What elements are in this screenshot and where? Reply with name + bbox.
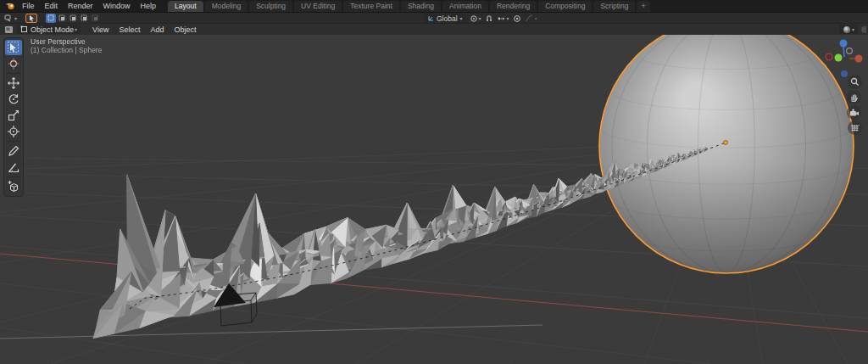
topbar: FileEditRenderWindowHelp LayoutModelingS…	[0, 0, 868, 12]
chevron-down-icon: ▾	[14, 15, 17, 21]
orientation-label: Global	[437, 14, 458, 23]
rotate-icon	[7, 92, 20, 106]
camera-icon	[849, 109, 860, 117]
move-icon	[7, 76, 20, 90]
annotate-tool-button[interactable]	[5, 143, 22, 159]
chevron-down-icon: ▾	[460, 15, 463, 21]
viewport-menu-view[interactable]: View	[87, 25, 114, 34]
workspace-tab-uv-editing[interactable]: UV Editing	[294, 1, 342, 12]
toggle-ortho-button[interactable]	[848, 120, 862, 135]
toolbar-separator	[7, 176, 20, 177]
chevron-down-icon: ▾	[852, 26, 854, 32]
toolbar-separator	[7, 73, 20, 74]
toolbar-separator	[7, 141, 20, 142]
cursor-tool-button[interactable]	[5, 56, 22, 71]
transform-orientation-dropdown[interactable]: Global ▾	[424, 14, 466, 23]
chevron-down-icon: ▾	[535, 15, 537, 21]
scale-tool-button[interactable]	[5, 108, 22, 123]
active-object-label: (1) Collection | Sphere	[31, 46, 102, 54]
gizmo-x-neg-axis[interactable]	[826, 53, 832, 60]
gizmo-z-axis[interactable]	[840, 40, 848, 48]
move-tool-button[interactable]	[5, 76, 22, 91]
workspace-tab-animation[interactable]: Animation	[442, 1, 488, 12]
snap-orientation-cluster: Global ▾ ▾ ▾	[424, 14, 537, 23]
select-mode-extend-icon[interactable]	[57, 14, 67, 23]
workspace-tab-layout[interactable]: Layout	[168, 1, 203, 12]
select-box-icon	[7, 41, 20, 54]
topbar-menu-edit[interactable]: Edit	[40, 0, 64, 12]
workspace-tab-modeling[interactable]: Modeling	[205, 1, 248, 12]
cursor-icon	[7, 57, 20, 70]
select-mode-invert-icon[interactable]	[79, 14, 89, 23]
proportional-editing-button[interactable]	[513, 14, 521, 23]
magnet-icon	[485, 14, 493, 23]
mode-label: Object Mode	[31, 25, 74, 34]
grid-icon	[850, 123, 860, 132]
workspace-tab-shading[interactable]: Shading	[401, 1, 441, 12]
viewport-menu-object[interactable]: Object	[169, 25, 201, 34]
workspace-tab-rendering[interactable]: Rendering	[490, 1, 537, 12]
transform-tool-button[interactable]	[5, 124, 22, 139]
tool-settings-selector[interactable]: ▾	[3, 14, 17, 22]
editor-type-button[interactable]	[4, 25, 14, 34]
topbar-menu-help[interactable]: Help	[136, 0, 162, 12]
tool-shelf	[3, 37, 24, 197]
topbar-menu-render[interactable]: Render	[63, 0, 98, 12]
orientation-axes-icon	[427, 14, 435, 22]
pan-button[interactable]	[847, 90, 861, 104]
3d-viewport-editor-icon	[4, 25, 14, 34]
viewport-shading-cluster: ▾	[839, 25, 866, 34]
annotate-icon	[7, 144, 20, 158]
topbar-menu-window[interactable]: Window	[98, 0, 136, 12]
chevron-down-icon: ▾	[479, 15, 481, 21]
workspace-tab-scripting[interactable]: Scripting	[593, 1, 635, 12]
workspace-tab-compositing[interactable]: Compositing	[538, 1, 592, 12]
viewport-menus: ViewSelectAddObject	[87, 25, 201, 34]
scale-icon	[7, 109, 20, 122]
topbar-menus: FileEditRenderWindowHelp	[17, 0, 161, 12]
proportional-falloff-dropdown[interactable]: ▾	[525, 14, 537, 22]
select-mode-intersect-icon[interactable]	[90, 14, 100, 23]
topbar-menu-file[interactable]: File	[17, 0, 40, 12]
falloff-curve-icon	[525, 14, 534, 22]
transform-icon	[7, 125, 20, 138]
viewport-canvas[interactable]	[0, 35, 868, 364]
viewport-overlays-dropdown[interactable]: ▾	[839, 25, 858, 34]
measure-tool-button[interactable]	[5, 160, 22, 175]
magnifier-icon	[850, 77, 860, 87]
3d-viewport[interactable]: User Perspective (1) Collection | Sphere	[0, 35, 868, 364]
viewport-menu-add[interactable]: Add	[145, 25, 169, 34]
add-cube-tool-button[interactable]	[5, 179, 22, 194]
snap-toggle-button[interactable]	[485, 14, 493, 23]
camera-view-button[interactable]	[847, 105, 861, 120]
pivot-point-icon	[470, 14, 478, 23]
select-mode-set-icon[interactable]	[46, 14, 56, 23]
gizmo-y-axis[interactable]	[835, 54, 843, 62]
snap-target-dropdown[interactable]: ▾	[497, 14, 509, 22]
select-box-tool-button[interactable]	[5, 40, 22, 55]
gizmo-y-neg-axis[interactable]	[847, 48, 853, 54]
mode-dropdown[interactable]: Object Mode ▾	[17, 25, 81, 34]
active-tool-button[interactable]	[25, 14, 37, 23]
blender-logo-icon[interactable]	[3, 1, 17, 11]
object-mode-icon	[20, 25, 28, 33]
shading-mode-icon[interactable]	[860, 25, 866, 34]
rotate-tool-button[interactable]	[5, 92, 22, 107]
viewport-header: Object Mode ▾ ViewSelectAddObject ▾	[0, 23, 868, 35]
add-workspace-button[interactable]: +	[637, 1, 649, 12]
gizmo-x-axis[interactable]	[855, 55, 863, 63]
select-mode-subtract-icon[interactable]	[68, 14, 78, 23]
pivot-point-dropdown[interactable]: ▾	[470, 14, 481, 23]
select-mode-group	[46, 14, 100, 23]
viewport-info-overlay: User Perspective (1) Collection | Sphere	[31, 37, 102, 54]
snap-target-icon	[497, 14, 506, 22]
workspace-tab-texture-paint[interactable]: Texture Paint	[343, 1, 399, 12]
viewport-menu-select[interactable]: Select	[114, 25, 145, 34]
select-box-icon	[28, 14, 36, 22]
workspace-tab-sculpting[interactable]: Sculpting	[249, 1, 292, 12]
measure-icon	[7, 160, 20, 174]
chevron-down-icon: ▾	[507, 15, 509, 21]
blender-window: FileEditRenderWindowHelp LayoutModelingS…	[0, 0, 868, 364]
zoom-button[interactable]	[848, 75, 862, 89]
gizmo-z-neg-axis[interactable]	[841, 70, 848, 77]
